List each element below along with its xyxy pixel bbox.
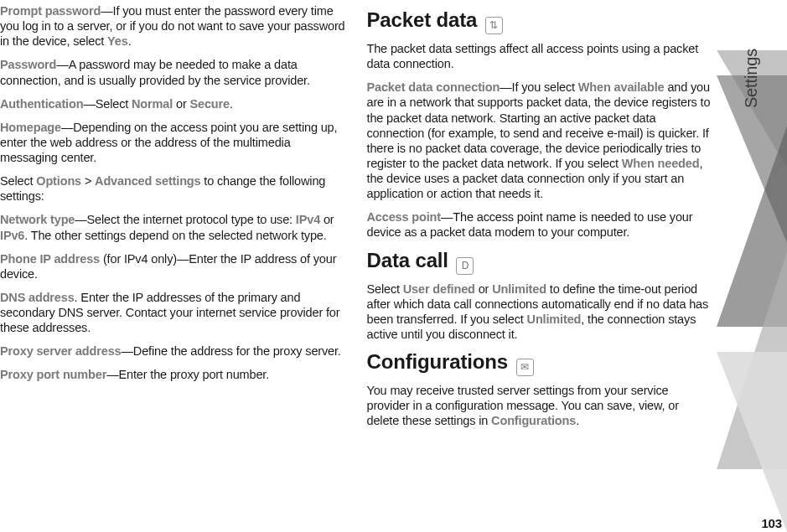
para-options-path: Select Options > Advanced settings to ch… (0, 173, 347, 204)
para-proxy-address: Proxy server address—Define the address … (0, 343, 347, 359)
decor-triangle (717, 352, 787, 532)
option-normal: Normal (132, 97, 173, 111)
packet-data-icon: ⇅ (485, 17, 503, 34)
data-call-icon: D (456, 257, 474, 275)
label-network-type: Network type (0, 213, 75, 226)
label-password: Password (0, 58, 56, 71)
option-yes: Yes (107, 34, 128, 48)
menu-advanced-settings: Advanced settings (95, 174, 200, 188)
page-number: 103 (761, 516, 782, 530)
para-authentication: Authentication—Select Normal or Secure. (0, 96, 347, 111)
label-authentication: Authentication (0, 97, 83, 111)
heading-configurations: Configurations ✉ (367, 350, 714, 376)
menu-options: Options (36, 174, 81, 188)
label-dns: DNS address (0, 291, 75, 304)
label-prompt-password: Prompt password (0, 4, 101, 18)
option-user-defined: User defined (403, 282, 475, 296)
heading-packet-data: Packet data ⇅ (367, 8, 714, 34)
para-homepage: Homepage—Depending on the access point y… (0, 120, 347, 165)
label-access-point: Access point (367, 210, 441, 224)
label-proxy-address: Proxy server address (0, 344, 122, 358)
label-phone-ip: Phone IP address (0, 252, 100, 266)
option-unlimited-2: Unlimited (527, 312, 582, 326)
right-column: Packet data ⇅ The packet data settings a… (367, 3, 714, 436)
label-homepage: Homepage (0, 121, 61, 134)
section-label: Settings (742, 49, 761, 108)
label-proxy-port: Proxy port number (0, 368, 106, 381)
para-access-point: Access point—The access point name is ne… (367, 209, 714, 240)
para-phone-ip: Phone IP address (for IPv4 only)—Enter t… (0, 251, 347, 281)
option-secure: Secure (189, 97, 229, 111)
para-data-call: Select User defined or Unlimited to defi… (367, 281, 714, 343)
label-packet-connection: Packet data connection (367, 80, 500, 94)
option-when-needed: When needed (622, 157, 700, 170)
option-unlimited: Unlimited (492, 282, 546, 296)
side-tab: Settings (717, 0, 787, 532)
heading-data-call: Data call D (367, 249, 714, 275)
para-password: Password—A password may be needed to mak… (0, 57, 347, 87)
para-packet-connection: Packet data connection—If you select Whe… (367, 80, 714, 201)
option-ipv4: IPv4 (296, 213, 320, 226)
para-proxy-port: Proxy port number—Enter the proxy port n… (0, 367, 347, 382)
option-when-available: When available (578, 80, 665, 94)
para-network-type: Network type—Select the internet protoco… (0, 212, 347, 242)
label-configurations: Configurations (491, 414, 576, 427)
option-ipv6: IPv6 (0, 229, 24, 242)
left-column: Prompt password—If you must enter the pa… (0, 3, 347, 436)
para-configurations: You may receive trusted server settings … (367, 383, 714, 428)
configurations-icon: ✉ (516, 359, 534, 376)
para-packet-intro: The packet data settings affect all acce… (367, 41, 714, 71)
para-dns: DNS address. Enter the IP addresses of t… (0, 290, 347, 335)
para-prompt-password: Prompt password—If you must enter the pa… (0, 3, 347, 49)
